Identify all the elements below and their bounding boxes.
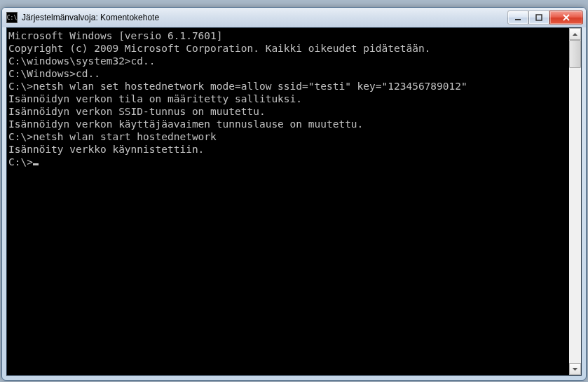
terminal-line: C:\>netsh wlan set hostednetwork mode=al… xyxy=(8,80,568,93)
terminal-line: C:\Windows>cd.. xyxy=(8,67,568,80)
close-button[interactable] xyxy=(549,11,583,25)
terminal-line: Isännöidyn verkon tila on määritetty sal… xyxy=(8,93,568,105)
maximize-button[interactable] xyxy=(528,11,549,25)
client-area: Microsoft Windows [versio 6.1.7601]Copyr… xyxy=(6,27,582,376)
minimize-button[interactable] xyxy=(507,11,528,25)
terminal-output[interactable]: Microsoft Windows [versio 6.1.7601]Copyr… xyxy=(7,28,569,375)
titlebar[interactable]: C:\ Järjestelmänvalvoja: Komentokehote xyxy=(2,8,586,27)
terminal-line: Isännöidyn verkon SSID-tunnus on muutett… xyxy=(8,105,568,118)
svg-rect-0 xyxy=(515,19,521,20)
scroll-thumb[interactable] xyxy=(569,40,581,68)
cmd-icon: C:\ xyxy=(6,12,18,23)
scroll-track[interactable] xyxy=(569,40,581,363)
terminal-line: Copyright (c) 2009 Microsoft Corporation… xyxy=(8,42,568,55)
scroll-up-button[interactable] xyxy=(569,28,581,40)
window-controls xyxy=(507,11,583,25)
terminal-line: Isännöity verkko käynnistettiin. xyxy=(8,143,568,156)
terminal-line: C:\>netsh wlan start hostednetwork xyxy=(8,130,568,143)
terminal-line: C:\windows\system32>cd.. xyxy=(8,55,568,67)
terminal-line: Isännöidyn verkon käyttäjäavaimen tunnus… xyxy=(8,118,568,130)
terminal-line: Microsoft Windows [versio 6.1.7601] xyxy=(8,29,568,42)
cmd-window: C:\ Järjestelmänvalvoja: Komentokehote M… xyxy=(1,7,587,381)
scroll-down-button[interactable] xyxy=(569,363,581,375)
cursor xyxy=(33,163,39,165)
svg-rect-1 xyxy=(536,15,542,20)
terminal-line: C:\> xyxy=(8,156,568,168)
vertical-scrollbar[interactable] xyxy=(569,28,581,375)
window-title: Järjestelmänvalvoja: Komentokehote xyxy=(22,13,507,22)
